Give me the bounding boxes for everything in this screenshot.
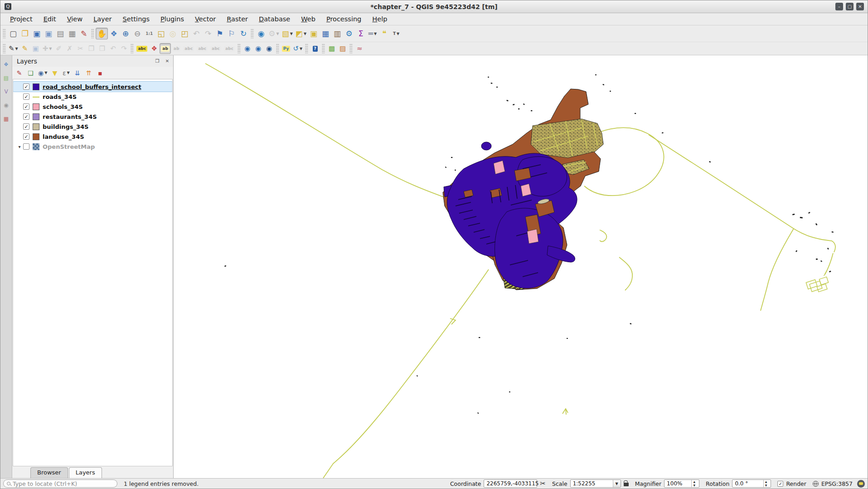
spinner-arrows[interactable]: ▲▼ (691, 480, 697, 487)
select-by-value-button[interactable]: ◩▼ (294, 28, 308, 39)
processing-history-button[interactable]: ↺▼ (291, 43, 304, 54)
menu-view[interactable]: View (62, 14, 87, 24)
zoom-out-button[interactable]: ⊖ (131, 28, 143, 39)
identify-features-button[interactable]: ◉ (255, 28, 267, 39)
layer-item-schools_34S[interactable]: ✓schools_34S (13, 102, 172, 112)
new-project-button[interactable]: ▢ (7, 28, 19, 39)
menu-vector[interactable]: Vector (190, 14, 221, 24)
toolbar-handle[interactable] (3, 29, 6, 39)
layer-item-restaurants_34S[interactable]: ✓restaurants_34S (13, 112, 172, 122)
open-attribute-table-button[interactable]: ▦ (320, 28, 331, 39)
menu-layer[interactable]: Layer (88, 14, 116, 24)
refresh-button[interactable]: ↻ (238, 28, 249, 39)
layer-visibility-checkbox[interactable]: ✓ (23, 93, 29, 100)
toggle-editing-button[interactable]: ✎ (19, 43, 30, 54)
toolbar-handle[interactable] (91, 29, 94, 39)
chevron-down-icon[interactable]: ▼ (397, 32, 399, 36)
new-print-layout-button[interactable]: ▤ (54, 28, 66, 39)
layer-item-road_school_buffers_intersect[interactable]: ✓road_school_buffers_intersect (13, 82, 172, 92)
toolbar-handle[interactable] (238, 44, 241, 54)
messages-button[interactable] (857, 480, 865, 488)
magnifier-spinbox[interactable]: 100% ▲▼ (664, 479, 699, 488)
select-features-button[interactable]: ▧▼ (281, 28, 294, 39)
metasearch-globe-add-button[interactable]: ◉ (242, 43, 253, 54)
help-contents-button[interactable]: ? (310, 43, 320, 54)
filter-legend-button[interactable]: ▼ (49, 68, 60, 78)
chevron-down-icon[interactable]: ▼ (300, 47, 302, 51)
zoom-full-button[interactable]: ◱ (155, 28, 167, 39)
layer-expander[interactable]: ▾ (16, 144, 23, 149)
maximize-button[interactable]: ▢ (846, 3, 853, 10)
layer-item-landuse_34S[interactable]: ✓landuse_34S (13, 132, 172, 142)
menu-plugins[interactable]: Plugins (155, 14, 189, 24)
toolbar-handle[interactable] (305, 44, 308, 54)
quickmap-services-button[interactable]: ▩ (326, 43, 337, 54)
menu-database[interactable]: Database (254, 14, 295, 24)
toolbar-handle[interactable] (131, 44, 134, 54)
layer-visibility-checkbox[interactable] (23, 143, 29, 150)
pan-map-button[interactable]: ✋ (96, 28, 108, 39)
open-project-button[interactable]: ❐ (19, 28, 31, 39)
zoom-to-layer-button[interactable]: ◰ (179, 28, 190, 39)
layer-item-roads_34S[interactable]: ✓roads_34S (13, 92, 172, 102)
filter-expression-button[interactable]: ε▼ (61, 68, 71, 78)
python-console-button[interactable]: Py (281, 43, 292, 54)
deselect-features-button[interactable]: ▣ (308, 28, 320, 39)
save-project-button[interactable]: ▣ (31, 28, 43, 39)
menu-settings[interactable]: Settings (118, 14, 155, 24)
dock-layers-icon[interactable]: ▤ (3, 74, 10, 82)
data-plot-button[interactable]: ≈ (354, 43, 365, 54)
rotation-spinbox[interactable]: 0.0 ° ▲▼ (732, 479, 771, 488)
show-bookmarks-button[interactable]: ⚐ (226, 28, 238, 39)
style-manager-button[interactable]: ✎ (78, 28, 90, 39)
menu-project[interactable]: Project (5, 14, 38, 24)
layer-item-buildings_34S[interactable]: ✓buildings_34S (13, 122, 172, 132)
close-button[interactable]: ✕ (856, 3, 864, 10)
field-calculator-button[interactable]: ▥ (331, 28, 343, 39)
crs-globe-icon[interactable] (813, 481, 819, 487)
menu-edit[interactable]: Edit (39, 14, 61, 24)
spinner-arrows[interactable]: ▲▼ (763, 480, 769, 487)
menu-processing[interactable]: Processing (321, 14, 366, 24)
zoom-native-button[interactable]: 1:1 (143, 28, 155, 39)
coordinate-input[interactable]: 2265759,-4033115 (484, 479, 537, 488)
chevron-down-icon[interactable]: ▼ (304, 32, 306, 36)
dock-tiles-icon[interactable]: ▦ (3, 115, 10, 122)
new-bookmark-button[interactable]: ⚑ (214, 28, 226, 39)
osm-sketch-button[interactable]: ▨ (337, 43, 348, 54)
chevron-down-icon[interactable]: ▼ (67, 71, 70, 75)
processing-toolbox-button[interactable]: ⚙ (343, 28, 355, 39)
map-tips-button[interactable]: ❝ (378, 28, 390, 39)
layer-visibility-checkbox[interactable]: ✓ (23, 113, 29, 120)
layer-visibility-checkbox[interactable]: ✓ (23, 123, 29, 130)
metasearch-globe-settings-button[interactable]: ◉ (253, 43, 264, 54)
layer-diagram-options-button[interactable]: ❖ (149, 43, 160, 54)
layout-manager-button[interactable]: ▦ (66, 28, 78, 39)
scale-combobox[interactable]: 1:52255 ▼ (570, 479, 621, 488)
layer-visibility-checkbox[interactable]: ✓ (23, 103, 29, 110)
map-canvas[interactable] (174, 55, 868, 478)
pan-to-selection-button[interactable]: ❖ (108, 28, 120, 39)
dock-browser-icon[interactable]: ❖ (3, 61, 10, 68)
tab-browser[interactable]: Browser (30, 467, 68, 478)
toolbar-handle[interactable] (322, 44, 325, 54)
menu-raster[interactable]: Raster (222, 14, 253, 24)
panel-close-button[interactable]: ✕ (164, 58, 170, 64)
toolbar-handle[interactable] (3, 44, 6, 54)
menu-help[interactable]: Help (367, 14, 392, 24)
layer-item-OpenStreetMap[interactable]: ▾OpenStreetMap (13, 142, 172, 152)
layer-labeling-options-button[interactable]: abc (135, 43, 149, 54)
current-edits-button[interactable]: ✎▼ (7, 43, 19, 54)
chevron-down-icon[interactable]: ▼ (374, 32, 377, 36)
layer-visibility-checkbox[interactable]: ✓ (23, 83, 29, 90)
toolbar-handle[interactable] (251, 29, 254, 39)
metasearch-globe-search-button[interactable]: ◉ (264, 43, 275, 54)
title-bar[interactable]: Q *chapter_7 - QGIS 9e45223d42 [tm] –▢✕ (0, 0, 868, 13)
toggle-extents-icon[interactable]: ✂ (540, 479, 546, 488)
panel-float-button[interactable]: ❐ (154, 58, 160, 64)
crs-value[interactable]: EPSG:3857 (821, 480, 853, 487)
tab-layers[interactable]: Layers (69, 467, 102, 478)
chevron-down-icon[interactable]: ▼ (44, 71, 47, 75)
save-project-as-button[interactable]: ▣ (43, 28, 54, 39)
manage-themes-button[interactable]: ◉▼ (37, 68, 48, 78)
